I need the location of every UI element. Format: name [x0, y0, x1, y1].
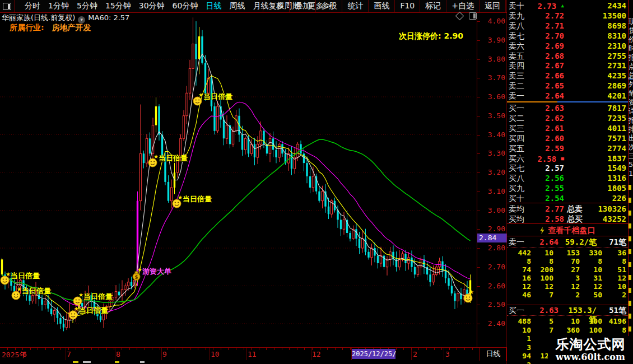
y-tick-3.50: 3.50 [482, 111, 505, 120]
current-price-tag: 2.84 [477, 234, 507, 242]
y-tick-2.60: 2.60 [482, 282, 505, 290]
y-tick-2.50: 2.50 [482, 300, 505, 309]
window-panes-icon[interactable] [3, 3, 11, 10]
menu-item-分时[interactable]: 分时 [21, 0, 44, 12]
order-level-卖一[interactable]: 卖一2.644201 [507, 91, 628, 101]
order-level-买一[interactable]: 买一2.637817 [507, 103, 628, 113]
detail-cell: 1 [508, 334, 531, 343]
detail-cell: 27 [556, 265, 580, 274]
y-tick-3.70: 3.70 [482, 73, 505, 82]
menu-item-15分钟[interactable]: 15分钟 [101, 0, 135, 12]
axis-line [477, 18, 477, 360]
menu-item-周线[interactable]: 周线 [225, 0, 249, 12]
order-level-买十[interactable]: 买十2.54226 [507, 193, 628, 203]
detail-header-买一: 买一2.63153.3/笔51笔 [507, 306, 628, 315]
detail-cell: 10 [582, 265, 602, 274]
tool-item-返回[interactable]: 返回 [479, 0, 506, 12]
order-level-买九[interactable]: 买九2.551805 [507, 183, 628, 193]
detail-cell: 50 [582, 291, 602, 299]
x-label-11: 11 [248, 350, 257, 358]
detail-cell: 70 [556, 257, 580, 265]
detail-cell: 10 [508, 326, 531, 334]
tool-item-F10[interactable]: F10 [394, 0, 420, 12]
order-level-卖二[interactable]: 卖二2.652869 [507, 81, 628, 91]
detail-cell: 12 [533, 282, 553, 291]
detail-cell: 442 [508, 249, 531, 257]
order-level-买三[interactable]: 买三2.614011 [507, 123, 628, 133]
clipped-next-pane [0, 361, 506, 364]
menu-item-1分钟[interactable]: 1分钟 [44, 0, 73, 12]
tool-item-多股[interactable]: 多股 [315, 0, 342, 12]
detail-cell: 31 [582, 274, 602, 282]
menu-item-日线[interactable]: 日线 [202, 0, 225, 12]
order-level-卖六[interactable]: 卖六2.692310 [507, 41, 628, 51]
tool-item-标记[interactable]: 标记 [420, 0, 446, 12]
y-tick-3.20: 3.20 [482, 168, 505, 176]
watermark: 乐淘公式网 www.60lt.com [548, 336, 633, 364]
order-level-卖五[interactable]: 卖五2.682755 [507, 51, 628, 61]
tool-item-统计[interactable]: 统计 [342, 0, 368, 12]
price-axis: 4.003.903.803.703.603.503.403.303.203.10… [477, 16, 507, 360]
detail-cell: 3 [556, 274, 580, 282]
detail-cell: 4196 [604, 317, 626, 325]
x-label-7: 7 [67, 350, 71, 358]
y-tick-3.90: 3.90 [482, 36, 505, 44]
detail-cell: 100 [533, 274, 553, 282]
smiley-icon: ★ [463, 293, 473, 303]
marker-label: 当日倍量 [183, 194, 212, 204]
order-level-买七[interactable]: 买七2.571549 [507, 163, 628, 173]
order-level-买四[interactable]: 买四2.607571 [507, 133, 628, 143]
clipped-tab-char: 5 [629, 160, 633, 169]
order-level-买五[interactable]: 买五2.592774 [507, 143, 628, 153]
x-label-12: 12 [312, 350, 321, 358]
order-book-panel: 卖十2.73 ▲2434卖九2.7213500卖八2.718698卖七2.708… [507, 0, 628, 364]
detail-cell: 2 [556, 291, 580, 299]
tool-item-叠加[interactable]: 叠加 [289, 0, 315, 12]
detail-cell: 100 [582, 317, 602, 325]
order-level-卖七[interactable]: 卖七2.708310 [507, 31, 628, 41]
lightning-icon [540, 227, 545, 234]
tool-item-复权[interactable]: 复权 [263, 0, 289, 12]
avg-row-卖均: 卖均2.77总卖130326 [507, 204, 628, 214]
order-level-卖八[interactable]: 卖八2.718698 [507, 21, 628, 31]
tool-menu: 复权叠加多股统计画线F10标记+自选返回 [263, 0, 506, 12]
tool-item-画线[interactable]: 画线 [368, 0, 394, 12]
x-label-10: 10 [211, 350, 220, 358]
thousand-depth-link[interactable]: 查看千档盘口 [507, 225, 628, 236]
detail-cell: 488 [508, 317, 531, 325]
order-level-买二[interactable]: 买二2.627235 [507, 113, 628, 123]
detail-cell: 8 [604, 326, 626, 334]
menu-item-30分钟[interactable]: 30分钟 [135, 0, 169, 12]
menu-item-60分钟[interactable]: 60分钟 [169, 0, 202, 12]
detail-cell: 330 [582, 249, 602, 257]
tool-item-+自选[interactable]: +自选 [446, 0, 479, 12]
detail-cell: 8 [604, 257, 626, 265]
trading-terminal: 分时1分钟5分钟15分钟30分钟60分钟日线周线月线多周期更多 > 复权叠加多股… [0, 0, 633, 364]
menu-item-5分钟[interactable]: 5分钟 [73, 0, 101, 12]
clipped-side-tabs: 现货价时报点总外笔资详报排出次三51 [629, 0, 633, 364]
order-level-卖四[interactable]: 卖四2.672731 [507, 60, 628, 71]
order-level-卖三[interactable]: 卖三2.664235 [507, 71, 628, 81]
period-label-box[interactable]: 日线 [480, 347, 507, 361]
y-tick-3.30: 3.30 [482, 149, 505, 157]
smiley-icon: ★ [68, 310, 78, 320]
order-level-买八[interactable]: 买八2.561316 [507, 173, 628, 183]
y-tick-3.80: 3.80 [482, 55, 505, 63]
order-level-卖九[interactable]: 卖九2.7213500 [507, 11, 628, 21]
x-label-8: 8 [116, 350, 120, 358]
order-level-买六[interactable]: 买六2.58 ■1837 [507, 153, 628, 164]
detail-cell: 51 [604, 265, 626, 274]
watermark-title: 乐淘公式网 [548, 336, 633, 353]
marker-label: 当日倍量 [159, 153, 188, 164]
time-axis: 2025年 678910111223 2025/12/25/四 [0, 347, 507, 361]
candlestick-chart[interactable] [0, 16, 479, 347]
y-tick-2.40: 2.40 [482, 319, 505, 328]
divider [15, 0, 15, 12]
order-level-卖十[interactable]: 卖十2.73 ▲2434 [507, 1, 628, 11]
detail-cell: 46 [508, 291, 531, 299]
detail-cell: 12 [556, 282, 580, 291]
marker-label: 当日倍量 [11, 271, 40, 281]
panel-left-border [506, 0, 506, 364]
detail-cell: 360 [556, 326, 580, 334]
detail-cell: 10 [604, 282, 626, 291]
